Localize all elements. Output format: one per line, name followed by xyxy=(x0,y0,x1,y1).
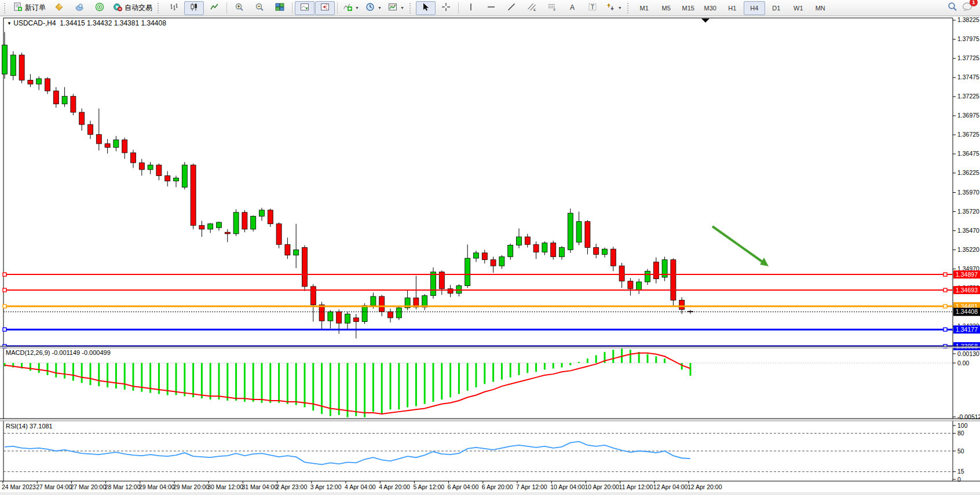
svg-text:100: 100 xyxy=(957,422,968,429)
rsi-line xyxy=(5,442,690,465)
toolbar-grip[interactable] xyxy=(158,3,162,13)
chevron-down-icon: ▼ xyxy=(355,6,359,10)
macd-signal-value: -0.000499 xyxy=(82,349,111,356)
timeframe-h4-button[interactable]: H4 xyxy=(744,1,765,15)
fibonacci-button[interactable]: F xyxy=(542,1,562,15)
svg-text:3 Apr 12:00: 3 Apr 12:00 xyxy=(310,483,342,490)
line-handle[interactable] xyxy=(3,328,6,331)
signals-button[interactable] xyxy=(90,1,109,15)
svg-text:1.35970: 1.35970 xyxy=(957,189,979,196)
bar-chart-button[interactable] xyxy=(164,1,184,15)
toolbar-grip[interactable] xyxy=(4,3,8,13)
periods-button[interactable]: ▼ xyxy=(363,1,385,15)
line-handle[interactable] xyxy=(3,305,6,308)
channel-button[interactable]: E xyxy=(522,1,542,15)
svg-text:11 Apr 12:00: 11 Apr 12:00 xyxy=(619,483,653,490)
templates-button[interactable]: ▼ xyxy=(385,1,407,15)
arrows-button[interactable]: ▼ xyxy=(603,1,625,15)
timeframe-w1-button[interactable]: W1 xyxy=(788,1,809,15)
auto-scroll-icon xyxy=(300,2,309,13)
svg-text:4 Apr 04:00: 4 Apr 04:00 xyxy=(345,483,376,490)
indicators-button[interactable]: ▼ xyxy=(340,1,362,15)
line-handle[interactable] xyxy=(944,273,947,276)
trendline-button[interactable] xyxy=(502,1,521,15)
tile-windows-button[interactable] xyxy=(270,1,290,15)
line-handle[interactable] xyxy=(944,328,947,331)
svg-text:4 Apr 20:00: 4 Apr 20:00 xyxy=(379,483,410,490)
chart-shift-button[interactable] xyxy=(315,1,335,15)
svg-text:50: 50 xyxy=(957,448,964,454)
svg-text:1.38225: 1.38225 xyxy=(957,16,979,23)
timeframe-h1-button[interactable]: H1 xyxy=(722,1,743,15)
chart-title-symbol: USDCAD-,H4 xyxy=(13,19,56,27)
auto-trading-button[interactable]: 自动交易 xyxy=(110,1,155,15)
toolbar-separator xyxy=(292,2,292,14)
svg-text:31 Mar 04:00: 31 Mar 04:00 xyxy=(242,483,277,490)
svg-text:E: E xyxy=(533,8,536,12)
new-order-button[interactable]: 新订单 xyxy=(10,1,49,15)
zoom-in-button[interactable] xyxy=(229,1,249,15)
price-line-label: 1.34693 xyxy=(953,286,980,294)
chart-window[interactable]: 1.382251.379751.377251.374751.372251.369… xyxy=(0,16,980,495)
chart-title-close: 1.34408 xyxy=(141,19,166,27)
metaeditor-button[interactable] xyxy=(70,1,89,15)
price-line-label: 1.34408 xyxy=(953,308,980,316)
svg-text:1.35470: 1.35470 xyxy=(957,227,979,234)
bar-chart-icon xyxy=(169,2,178,13)
timeframe-m30-button[interactable]: M30 xyxy=(700,1,721,15)
toolbar-grip[interactable] xyxy=(409,3,414,13)
auto-scroll-button[interactable] xyxy=(295,1,315,15)
zoom-out-button[interactable] xyxy=(250,1,269,15)
svg-text:0.00: 0.00 xyxy=(957,360,970,366)
arrows-icon xyxy=(606,2,615,13)
svg-text:A: A xyxy=(570,3,575,12)
timeframe-m1-button[interactable]: M1 xyxy=(634,1,655,15)
timeframe-m15-button[interactable]: M15 xyxy=(678,1,699,15)
toolbar-grip[interactable] xyxy=(627,3,631,13)
rsi-axis: 1008050150 xyxy=(953,422,968,483)
text-icon: A xyxy=(568,2,577,13)
symbol-dropdown-icon[interactable]: ▼ xyxy=(7,21,12,26)
svg-text:1.35220: 1.35220 xyxy=(957,246,979,253)
horizontal-line-button[interactable] xyxy=(481,1,501,15)
timeframe-m5-button[interactable]: M5 xyxy=(656,1,677,15)
svg-text:1.37475: 1.37475 xyxy=(957,74,979,80)
svg-text:-0.005123: -0.005123 xyxy=(957,413,980,420)
svg-text:1.37975: 1.37975 xyxy=(957,35,979,42)
price-line-label: 1.34897 xyxy=(953,270,980,278)
cursor-button[interactable] xyxy=(416,1,436,15)
svg-text:29 Mar 04:00: 29 Mar 04:00 xyxy=(139,483,175,490)
line-handle[interactable] xyxy=(3,273,6,276)
fibonacci-icon: F xyxy=(547,2,557,13)
line-handle[interactable] xyxy=(944,305,947,308)
chart-title: ▼ USDCAD-,H4 1.34415 1.34432 1.34381 1.3… xyxy=(7,19,166,27)
search-icon[interactable] xyxy=(948,2,957,14)
svg-text:0: 0 xyxy=(957,476,961,483)
time-axis: 24 Mar 202327 Mar 04:0027 Mar 20:0028 Ma… xyxy=(2,481,722,490)
svg-text:1.34897: 1.34897 xyxy=(956,271,978,278)
line-chart-button[interactable] xyxy=(204,1,224,15)
chart-shift-icon xyxy=(320,2,330,13)
svg-text:1.35720: 1.35720 xyxy=(957,208,979,215)
market-depth-button[interactable] xyxy=(49,1,69,15)
svg-text:1.36475: 1.36475 xyxy=(957,150,979,157)
svg-text:12 Apr 20:00: 12 Apr 20:00 xyxy=(688,483,722,490)
svg-text:1.34408: 1.34408 xyxy=(956,308,978,315)
crosshair-button[interactable] xyxy=(436,1,456,15)
text-button[interactable]: A xyxy=(562,1,582,15)
candlestick-chart-button[interactable] xyxy=(184,1,204,15)
timeframe-mn-button[interactable]: MN xyxy=(810,1,831,15)
line-handle[interactable] xyxy=(944,288,947,292)
vertical-line-button[interactable] xyxy=(461,1,481,15)
chart-canvas[interactable]: 1.382251.379751.377251.374751.372251.369… xyxy=(0,16,980,495)
svg-text:2 Apr 23:00: 2 Apr 23:00 xyxy=(276,483,308,490)
svg-text:F: F xyxy=(553,8,555,12)
svg-text:1.34177: 1.34177 xyxy=(956,326,978,333)
line-handle[interactable] xyxy=(3,288,6,292)
templates-icon xyxy=(388,2,397,13)
timeframe-d1-button[interactable]: D1 xyxy=(766,1,787,15)
trendline-icon xyxy=(507,2,516,13)
candlestick-chart-icon xyxy=(189,2,199,13)
text-label-button[interactable]: T xyxy=(583,1,602,15)
notifications-button[interactable]: 1 xyxy=(962,2,973,14)
